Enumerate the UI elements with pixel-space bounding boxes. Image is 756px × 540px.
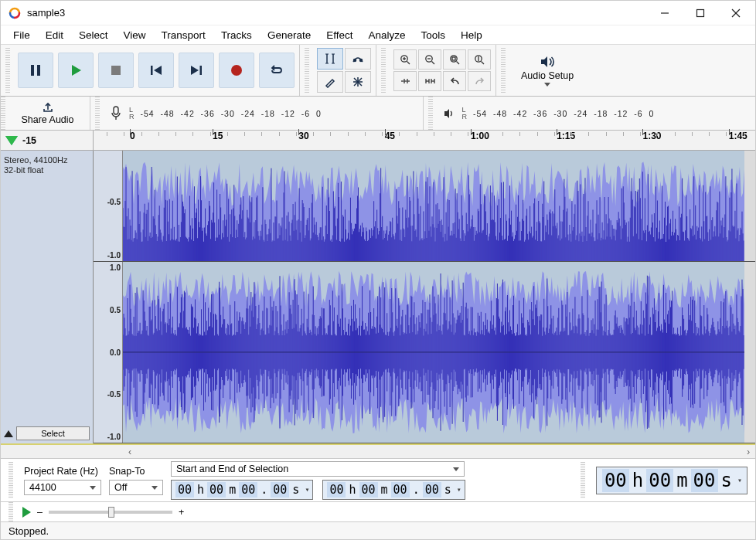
fit-project-button[interactable]	[468, 49, 491, 70]
skip-end-button[interactable]	[179, 53, 214, 88]
play-meter-ticks: -54 -48 -42 -36 -30 -24 -18 -12 -6 0	[473, 109, 654, 118]
menu-tools[interactable]: Tools	[413, 27, 453, 43]
toolbar-grip[interactable]	[9, 462, 13, 498]
audio-setup-button[interactable]: Audio Setup	[513, 52, 581, 90]
chevron-down-icon[interactable]: ▾	[457, 485, 461, 494]
toolbar-grip[interactable]	[581, 462, 585, 498]
svg-marker-49	[444, 109, 449, 118]
maximize-button[interactable]	[683, 1, 718, 25]
zoom-in-button[interactable]	[393, 49, 417, 70]
menu-generate[interactable]: Generate	[260, 27, 318, 43]
track-control-panel[interactable]: Stereo, 44100Hz 32-bit float Select	[1, 151, 94, 443]
menu-help[interactable]: Help	[453, 27, 490, 43]
waveform-right[interactable]	[123, 262, 755, 443]
timeline-playhead[interactable]: -15	[1, 131, 94, 150]
selection-kind-select[interactable]: Start and End of Selection	[171, 461, 465, 477]
speed-minus: –	[37, 507, 43, 518]
menu-file[interactable]: File	[5, 27, 38, 43]
selection-toolbar: Project Rate (Hz) 44100 Snap-To Off Star…	[1, 459, 755, 502]
draw-tool[interactable]	[317, 71, 343, 93]
svg-marker-45	[541, 56, 547, 67]
snap-to-label: Snap-To	[109, 466, 163, 477]
menu-transport[interactable]: Transport	[154, 27, 213, 43]
transport-toolbar	[1, 45, 300, 96]
toolbar-grip[interactable]	[305, 48, 309, 93]
play-button[interactable]	[58, 53, 94, 88]
svg-rect-34	[452, 57, 455, 60]
record-button[interactable]	[219, 53, 254, 88]
undo-button[interactable]	[443, 71, 466, 91]
envelope-tool[interactable]	[345, 48, 371, 70]
audio-setup-label: Audio Setup	[521, 70, 574, 81]
play-at-speed-toolbar: – +	[1, 502, 755, 522]
horizontal-scrollbar[interactable]: ‹ ›	[1, 445, 755, 459]
share-icon	[42, 102, 54, 113]
trim-button[interactable]	[393, 71, 417, 91]
audio-position-time[interactable]: 00h00m00s▾	[596, 467, 747, 494]
silence-button[interactable]	[418, 71, 441, 91]
svg-rect-4	[31, 65, 34, 76]
speed-slider[interactable]	[49, 511, 172, 514]
speed-plus: +	[179, 507, 184, 518]
toolbar-grip[interactable]	[5, 48, 10, 93]
status-bar: Stopped.	[1, 522, 755, 539]
track-collapse-icon[interactable]	[4, 430, 13, 437]
chevron-down-icon	[544, 83, 550, 87]
close-button[interactable]	[718, 1, 754, 25]
menu-edit[interactable]: Edit	[38, 27, 71, 43]
timeline-ruler[interactable]: 01530451:001:151:301:45	[94, 131, 755, 150]
selection-tool[interactable]	[317, 48, 343, 70]
slider-thumb[interactable]	[108, 507, 114, 518]
title-bar: sample3	[1, 1, 755, 25]
svg-rect-47	[114, 107, 118, 114]
playhead-marker-icon[interactable]	[5, 136, 18, 145]
selection-start-time[interactable]: 00h00m00.00s▾	[171, 480, 313, 500]
menu-effect[interactable]: Effect	[318, 27, 360, 43]
toolbar-grip[interactable]	[95, 97, 100, 130]
project-rate-label: Project Rate (Hz)	[24, 466, 101, 477]
loop-button[interactable]	[259, 53, 295, 88]
menu-analyze[interactable]: Analyze	[360, 27, 413, 43]
svg-rect-5	[37, 65, 40, 76]
toolbar-grip[interactable]	[428, 97, 433, 130]
play-at-speed-button[interactable]	[22, 507, 31, 518]
minimize-button[interactable]	[647, 1, 683, 25]
toolbar-grip[interactable]	[501, 48, 506, 93]
waveform-area[interactable]: -0.5 -1.0 1.0 0.5 0.0 -0.5 -1.0	[94, 151, 755, 443]
scroll-left-icon[interactable]: ‹	[123, 447, 137, 457]
fit-selection-button[interactable]	[443, 49, 466, 70]
chevron-down-icon[interactable]: ▾	[737, 476, 742, 484]
menu-view[interactable]: View	[116, 27, 154, 43]
redo-button[interactable]	[468, 71, 491, 91]
svg-point-20	[360, 59, 363, 62]
waveform-left[interactable]	[123, 151, 755, 261]
pause-button[interactable]	[18, 53, 53, 88]
recording-meter[interactable]: LR -54 -48 -42 -36 -30 -24 -18 -12 -6 0	[90, 97, 424, 130]
svg-point-19	[354, 59, 356, 62]
speaker-small-icon	[442, 104, 456, 124]
svg-marker-10	[191, 66, 199, 75]
share-audio-button[interactable]: Share Audio	[5, 97, 90, 130]
svg-line-26	[407, 61, 410, 64]
lr-label: LR	[129, 107, 135, 121]
menu-select[interactable]: Select	[71, 27, 116, 43]
multi-tool[interactable]	[345, 71, 371, 93]
toolbar-row: Audio Setup	[1, 45, 755, 97]
track-select-button[interactable]: Select	[16, 426, 90, 440]
scroll-right-icon[interactable]: ›	[741, 447, 755, 457]
stop-button[interactable]	[98, 53, 134, 88]
toolbar-grip[interactable]	[381, 48, 386, 93]
skip-start-button[interactable]	[138, 53, 174, 88]
zoom-out-button[interactable]	[418, 49, 441, 70]
playback-meter[interactable]: LR -54 -48 -42 -36 -30 -24 -18 -12 -6 0	[424, 97, 756, 130]
chevron-down-icon[interactable]: ▾	[305, 485, 309, 494]
project-rate-select[interactable]: 44100	[24, 480, 101, 495]
tools-toolbar	[300, 45, 376, 96]
svg-marker-9	[154, 66, 162, 75]
timeline[interactable]: -15 01530451:001:151:301:45	[1, 131, 755, 151]
menu-tracks[interactable]: Tracks	[213, 27, 260, 43]
svg-marker-6	[72, 65, 81, 76]
selection-end-time[interactable]: 00h00m00.00s▾	[322, 480, 465, 500]
snap-to-select[interactable]: Off	[109, 480, 163, 495]
toolbar-grip[interactable]	[9, 502, 13, 521]
